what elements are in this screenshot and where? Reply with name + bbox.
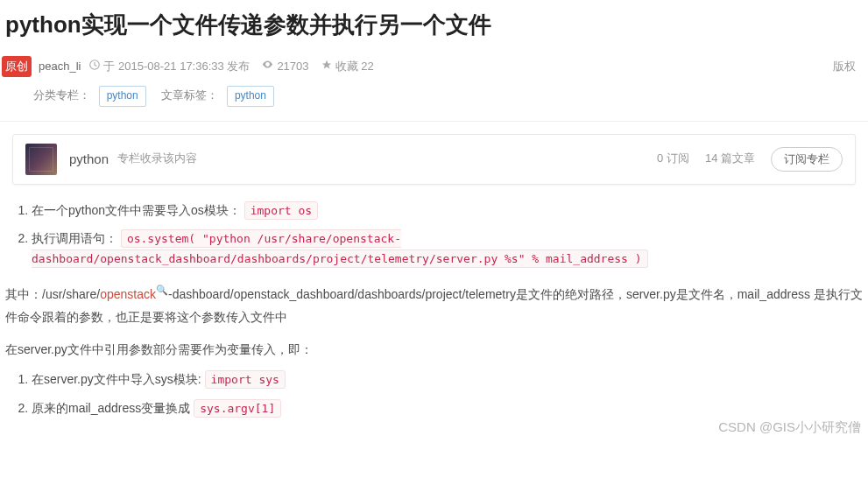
code-inline: import os	[244, 201, 318, 220]
page-title: python实现一个文件传递参数并执行另一个文件	[0, 0, 868, 53]
meta-row: 原创 peach_li 于 2015-08-21 17:36:33 发布 217…	[0, 53, 868, 81]
copyright-link[interactable]: 版权	[833, 58, 856, 76]
eye-icon	[262, 58, 273, 76]
code-inline: import sys	[205, 370, 286, 389]
keyword-link[interactable]: openstack🔍	[100, 287, 168, 301]
list-text: 执行调用语句：	[32, 231, 121, 245]
ordered-list-2: 在server.py文件中导入sys模块: import sys 原来的mail…	[5, 369, 863, 418]
star-icon	[321, 58, 332, 76]
paragraph: 在server.py文件中引用参数部分需要作为变量传入，即：	[5, 338, 863, 362]
author-link[interactable]: peach_li	[39, 58, 81, 76]
list-item: 在server.py文件中导入sys模块: import sys	[32, 369, 863, 390]
list-item: 执行调用语句： os.system( "python /usr/share/op…	[32, 228, 863, 269]
paragraph: 其中：/usr/share/openstack🔍-dashboard/opens…	[5, 281, 863, 329]
divider	[0, 121, 868, 122]
column-desc: 专栏收录该内容	[117, 150, 197, 168]
favorites[interactable]: 收藏 22	[321, 58, 374, 76]
code-inline: os.system( "python /usr/share/openstack-…	[32, 229, 648, 268]
category-label: 分类专栏：	[33, 88, 90, 102]
favorites-label: 收藏	[335, 58, 358, 76]
list-item: 在一个python文件中需要导入os模块： import os	[32, 200, 863, 221]
views-count: 21703	[277, 58, 308, 76]
favorites-count: 22	[361, 58, 373, 76]
list-item: 原来的mail_address变量换成 sys.argv[1]	[32, 398, 863, 418]
publish-time: 于 2015-08-21 17:36:33 发布	[89, 58, 250, 76]
list-text: 原来的mail_address变量换成	[32, 401, 194, 415]
tags-row: 分类专栏： python 文章标签： python	[0, 81, 868, 115]
clock-icon	[89, 58, 100, 76]
column-box: python 专栏收录该内容 0 订阅 14 篇文章 订阅专栏	[12, 134, 856, 185]
ordered-list-1: 在一个python文件中需要导入os模块： import os 执行调用语句： …	[5, 200, 863, 269]
column-name[interactable]: python	[69, 149, 109, 170]
original-badge: 原创	[2, 56, 32, 78]
subscribe-button[interactable]: 订阅专栏	[771, 147, 843, 172]
list-text: 在server.py文件中导入sys模块:	[32, 372, 205, 386]
category-tag[interactable]: python	[99, 86, 146, 106]
zoom-icon: 🔍	[156, 285, 168, 295]
views: 21703	[262, 58, 308, 76]
article-tag-label: 文章标签：	[161, 88, 218, 102]
article-content: 在一个python文件中需要导入os模块： import os 执行调用语句： …	[0, 200, 868, 439]
list-text: 在一个python文件中需要导入os模块：	[32, 203, 244, 217]
article-tag[interactable]: python	[227, 86, 274, 106]
column-thumb[interactable]	[25, 144, 57, 175]
publish-time-text: 于 2015-08-21 17:36:33 发布	[103, 58, 250, 76]
column-subs: 0 订阅	[657, 150, 689, 168]
column-articles: 14 篇文章	[705, 150, 755, 168]
code-inline: sys.argv[1]	[194, 399, 281, 418]
para-text: 其中：/usr/share/	[5, 287, 100, 301]
